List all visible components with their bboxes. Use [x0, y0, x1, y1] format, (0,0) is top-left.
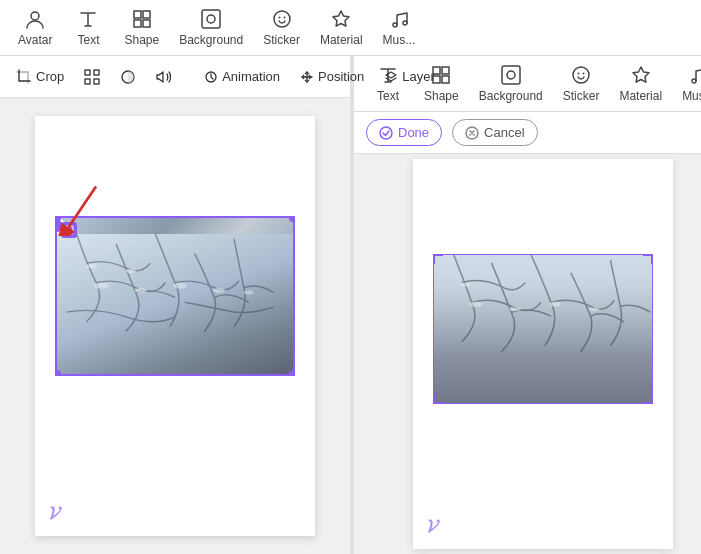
sticker-label: Sticker — [263, 33, 300, 47]
cancel-button[interactable]: Cancel — [452, 119, 537, 146]
crop-handle-tr[interactable] — [643, 254, 653, 264]
crop-handle-tl[interactable] — [433, 254, 443, 264]
right-text-label: Text — [377, 89, 399, 103]
crop-image[interactable] — [433, 254, 653, 404]
position-label: Position — [318, 69, 364, 84]
crop-handle-br[interactable] — [643, 394, 653, 404]
svg-point-20 — [135, 288, 147, 293]
right-toolbar-background[interactable]: Background — [469, 60, 553, 107]
svg-rect-12 — [85, 70, 90, 75]
toolbar-item-shape[interactable]: Shape — [114, 4, 169, 51]
svg-point-44 — [590, 307, 600, 311]
layer-label: Layer — [402, 69, 435, 84]
right-material-icon — [630, 64, 652, 86]
done-check-icon — [379, 126, 393, 140]
svg-point-21 — [173, 283, 187, 289]
svg-point-6 — [207, 15, 215, 23]
svg-point-10 — [393, 23, 397, 27]
background-icon — [200, 8, 222, 30]
svg-rect-32 — [502, 66, 520, 84]
right-toolbar-sticker[interactable]: Sticker — [553, 60, 610, 107]
second-toolbar: Crop — [0, 56, 350, 98]
toolbar-item-music[interactable]: Mus... — [373, 4, 426, 51]
right-background-label: Background — [479, 89, 543, 103]
svg-point-35 — [578, 73, 580, 75]
avatar-icon — [24, 8, 46, 30]
crop-handle-bl[interactable] — [433, 394, 443, 404]
svg-point-7 — [274, 11, 290, 27]
animation-icon — [204, 70, 218, 84]
svg-point-42 — [510, 307, 522, 311]
right-sticker-label: Sticker — [563, 89, 600, 103]
svg-rect-14 — [85, 79, 90, 84]
svg-point-19 — [93, 283, 109, 289]
resize-handle-br[interactable] — [289, 370, 295, 376]
done-button[interactable]: Done — [366, 119, 442, 146]
svg-point-8 — [278, 17, 280, 19]
avatar-label: Avatar — [18, 33, 52, 47]
layer-button[interactable]: Layer — [376, 65, 443, 88]
toolbar-item-text[interactable]: Text — [62, 4, 114, 51]
right-toolbar-music[interactable]: Mus... — [672, 60, 701, 107]
toolbar-item-material[interactable]: Material — [310, 4, 373, 51]
svg-point-33 — [507, 71, 515, 79]
position-icon — [300, 70, 314, 84]
right-watermark: 𝓥 — [425, 516, 436, 537]
material-icon — [330, 8, 352, 30]
background-label: Background — [179, 33, 243, 47]
toolbar-item-avatar[interactable]: Avatar — [8, 4, 62, 51]
grid-button[interactable] — [76, 65, 108, 89]
svg-rect-15 — [94, 79, 99, 84]
crop-button[interactable]: Crop — [8, 65, 72, 89]
svg-point-9 — [283, 17, 285, 19]
svg-point-43 — [549, 302, 561, 307]
svg-point-25 — [126, 269, 136, 273]
music-label: Mus... — [383, 33, 416, 47]
position-button[interactable]: Position — [292, 65, 372, 88]
svg-rect-4 — [143, 20, 150, 27]
volume-icon — [156, 69, 172, 85]
svg-rect-29 — [442, 67, 449, 74]
volume-button[interactable] — [148, 65, 180, 89]
animation-label: Animation — [222, 69, 280, 84]
snow-image-left — [57, 234, 293, 376]
svg-point-34 — [573, 67, 589, 83]
svg-point-23 — [244, 291, 254, 295]
svg-point-45 — [461, 283, 471, 287]
right-canvas-paper: 𝓥 — [413, 159, 673, 549]
layer-icon — [384, 70, 398, 84]
sticker-icon — [271, 8, 293, 30]
resize-handle-tr[interactable] — [289, 216, 295, 222]
right-canvas-area: 𝓥 — [354, 154, 701, 554]
toolbar-item-background[interactable]: Background — [169, 4, 253, 51]
right-material-label: Material — [619, 89, 662, 103]
tree-svg — [57, 234, 293, 376]
text-icon — [77, 8, 99, 30]
cancel-x-icon — [465, 126, 479, 140]
material-label: Material — [320, 33, 363, 47]
left-canvas-area: 𝓥 — [0, 98, 350, 554]
animation-button[interactable]: Animation — [196, 65, 288, 88]
svg-rect-5 — [202, 10, 220, 28]
toolbar-item-sticker[interactable]: Sticker — [253, 4, 310, 51]
svg-rect-13 — [94, 70, 99, 75]
svg-point-24 — [86, 264, 98, 268]
svg-point-11 — [403, 21, 407, 25]
snow-image-right — [434, 255, 652, 403]
top-toolbar-left: Avatar Text Shape Background — [0, 0, 701, 56]
done-label: Done — [398, 125, 429, 140]
music-icon — [388, 8, 410, 30]
shape-icon — [131, 8, 153, 30]
grid-icon — [84, 69, 100, 85]
resize-handle-bl[interactable] — [55, 370, 61, 376]
left-panel: Crop — [0, 56, 350, 554]
cancel-label: Cancel — [484, 125, 524, 140]
mask-button[interactable] — [112, 65, 144, 89]
mask-icon — [120, 69, 136, 85]
image-type-icon — [61, 222, 77, 238]
svg-point-0 — [31, 12, 39, 20]
right-music-icon — [687, 64, 701, 86]
svg-point-36 — [583, 73, 585, 75]
right-toolbar-material[interactable]: Material — [609, 60, 672, 107]
selected-image[interactable] — [55, 216, 295, 376]
